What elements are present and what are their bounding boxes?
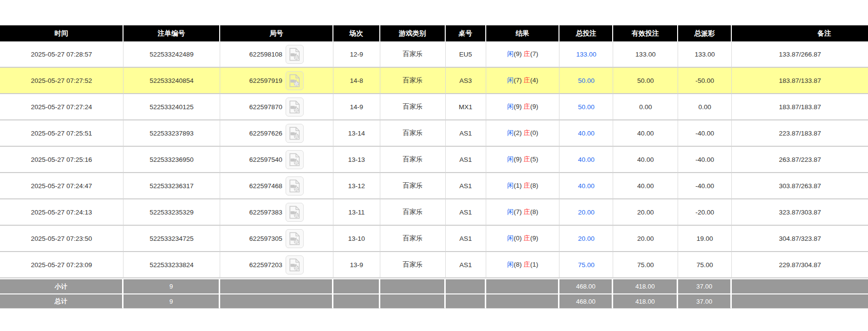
cell-remark: 263.87/223.87 xyxy=(732,147,868,173)
banker-result-score: (4) xyxy=(530,77,538,84)
banker-result-score: (8) xyxy=(530,208,538,215)
cell-table-no: AS1 xyxy=(446,199,486,226)
cell-total-bet: 40.00 xyxy=(559,147,613,173)
cell-time: 2025-05-27 07:23:50 xyxy=(0,226,124,252)
cell-table-no: AS1 xyxy=(446,147,486,173)
cell-table-no: AS1 xyxy=(446,120,486,147)
cell-payout: -40.00 xyxy=(678,147,732,173)
cell-bet-id: 522533235329 xyxy=(124,199,220,226)
cell-time: 2025-05-27 07:28:57 xyxy=(0,41,124,68)
player-result-label: 闲 xyxy=(507,50,514,58)
total-bet-link[interactable]: 75.00 xyxy=(578,261,595,269)
total-bet-link[interactable]: 20.00 xyxy=(578,209,595,216)
total-bet-link[interactable]: 133.00 xyxy=(576,51,596,58)
cell-remark: 303.87/263.87 xyxy=(732,173,868,199)
round-number: 622597383 xyxy=(249,209,283,216)
video-replay-button[interactable] xyxy=(286,71,304,90)
cell-game-type: 百家乐 xyxy=(380,226,446,252)
cell-remark: 323.87/303.87 xyxy=(732,199,868,226)
total-bet-link[interactable]: 40.00 xyxy=(578,156,595,163)
cell-session: 13-11 xyxy=(333,199,380,226)
cell-table-no: AS1 xyxy=(446,252,486,278)
banker-result-score: (0) xyxy=(530,129,538,136)
summary-payout: 37.00 xyxy=(678,293,732,309)
player-result-score: (7) xyxy=(514,208,522,215)
table-row: 2025-05-27 07:25:16522533236950622597540… xyxy=(0,147,868,173)
banker-result-label: 庄 xyxy=(523,103,530,110)
banker-result-label: 庄 xyxy=(523,261,530,268)
cell-bet-id: 522533234725 xyxy=(124,226,220,252)
col-header-total-bet: 总投注 xyxy=(559,25,613,41)
cell-result: 闲(9) 庄(5) xyxy=(486,147,560,173)
video-replay-icon xyxy=(289,127,301,140)
cell-game-type: 百家乐 xyxy=(380,68,446,94)
cell-result: 闲(9) 庄(7) xyxy=(486,41,560,68)
cell-valid-bet: 40.00 xyxy=(613,120,678,147)
player-result-label: 闲 xyxy=(507,261,514,268)
player-result-label: 闲 xyxy=(507,103,514,110)
total-bet-link[interactable]: 50.00 xyxy=(578,77,595,84)
cell-time: 2025-05-27 07:24:47 xyxy=(0,173,124,199)
cell-remark: 133.87/266.87 xyxy=(732,41,868,68)
banker-result-label: 庄 xyxy=(523,129,530,136)
summary-empty-table-no xyxy=(446,293,486,309)
summary-empty-table-no xyxy=(446,278,486,293)
video-replay-icon xyxy=(289,206,301,219)
cell-session: 12-9 xyxy=(333,41,380,68)
cell-total-bet: 50.00 xyxy=(559,94,613,120)
cell-bet-id: 522533242489 xyxy=(124,41,220,68)
video-replay-button[interactable] xyxy=(286,97,304,117)
col-header-result: 结果 xyxy=(486,25,560,41)
cell-bet-id: 522533236317 xyxy=(124,173,220,199)
video-replay-button[interactable] xyxy=(286,255,304,274)
video-replay-icon xyxy=(289,74,301,87)
cell-round: 622597468 xyxy=(220,173,333,199)
player-result-score: (9) xyxy=(514,103,522,110)
cell-result: 闲(7) 庄(8) xyxy=(486,199,560,226)
table-row: 2025-05-27 07:24:13522533235329622597383… xyxy=(0,199,868,226)
cell-table-no: AS3 xyxy=(446,68,486,94)
video-replay-icon xyxy=(289,48,301,61)
video-replay-button[interactable] xyxy=(286,45,304,64)
cell-remark: 304.87/323.87 xyxy=(732,226,868,252)
cell-table-no: AS1 xyxy=(446,173,486,199)
total-bet-link[interactable]: 40.00 xyxy=(578,182,595,190)
video-replay-button[interactable] xyxy=(286,150,304,169)
player-result-label: 闲 xyxy=(507,129,514,136)
summary-valid-bet: 418.00 xyxy=(613,278,678,293)
video-replay-button[interactable] xyxy=(286,203,304,222)
video-replay-button[interactable] xyxy=(286,229,304,248)
cell-round: 622598108 xyxy=(220,41,333,68)
summary-remark xyxy=(732,293,868,309)
cell-valid-bet: 75.00 xyxy=(613,252,678,278)
total-bet-link[interactable]: 50.00 xyxy=(578,103,595,111)
cell-round: 622597383 xyxy=(220,199,333,226)
cell-game-type: 百家乐 xyxy=(380,41,446,68)
cell-game-type: 百家乐 xyxy=(380,252,446,278)
video-replay-icon xyxy=(289,232,301,245)
video-replay-button[interactable] xyxy=(286,124,304,143)
cell-table-no: AS1 xyxy=(446,226,486,252)
cell-total-bet: 20.00 xyxy=(559,199,613,226)
total-bet-link[interactable]: 20.00 xyxy=(578,235,595,242)
cell-payout: 75.00 xyxy=(678,252,732,278)
cell-payout: 19.00 xyxy=(678,226,732,252)
table-row: 2025-05-27 07:25:51522533237893622597626… xyxy=(0,120,868,147)
player-result-score: (9) xyxy=(514,156,522,163)
video-replay-button[interactable] xyxy=(286,176,304,195)
grand-total-row: 总计9468.00418.0037.00 xyxy=(0,293,868,309)
cell-game-type: 百家乐 xyxy=(380,199,446,226)
total-bet-link[interactable]: 40.00 xyxy=(578,130,595,137)
player-result-label: 闲 xyxy=(507,234,514,242)
cell-session: 13-13 xyxy=(333,147,380,173)
summary-remark xyxy=(732,278,868,293)
cell-time: 2025-05-27 07:24:13 xyxy=(0,199,124,226)
banker-result-label: 庄 xyxy=(523,156,530,163)
cell-valid-bet: 20.00 xyxy=(613,226,678,252)
player-result-score: (1) xyxy=(514,182,522,189)
banker-result-score: (7) xyxy=(530,50,538,58)
player-result-label: 闲 xyxy=(507,156,514,163)
cell-result: 闲(1) 庄(8) xyxy=(486,173,560,199)
cell-total-bet: 75.00 xyxy=(559,252,613,278)
summary-valid-bet: 418.00 xyxy=(613,293,678,309)
